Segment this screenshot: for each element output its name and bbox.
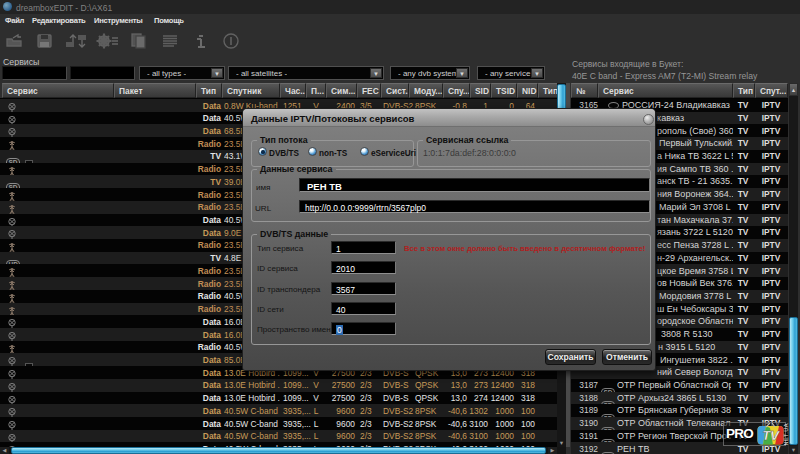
svg-text:TV: TV — [762, 428, 780, 443]
